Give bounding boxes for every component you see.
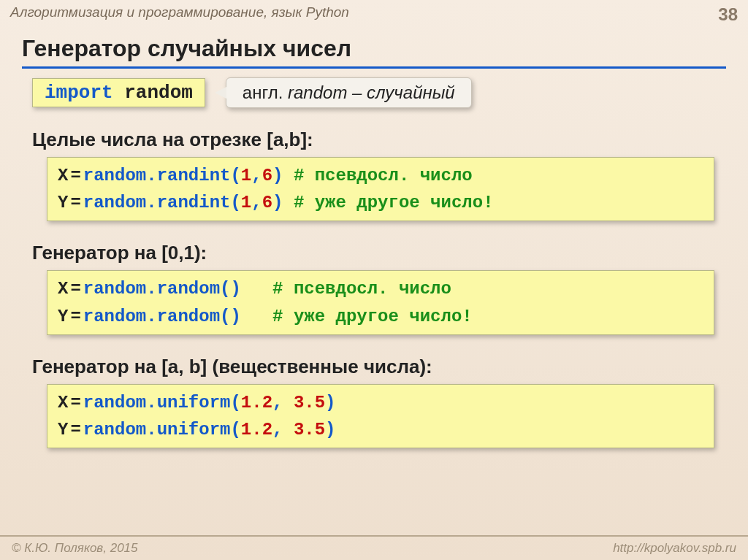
note-word: random (288, 83, 347, 102)
breadcrumb: Алгоритмизация и программирование, язык … (10, 4, 349, 20)
comment: # уже другое число! (294, 193, 494, 212)
code-random: X=random.random() # псевдосл. число Y=ra… (47, 270, 714, 334)
keyword-import: import (45, 82, 113, 104)
code-randint: X=random.randint(1,6) # псевдосл. число … (47, 157, 714, 221)
func-call: random.randint( (83, 166, 241, 185)
number: 6 (262, 166, 272, 185)
intro-row: import random англ. random – случайный (32, 77, 726, 108)
page-number: 38 (718, 4, 738, 25)
number: 1.2 (241, 420, 272, 440)
note-prefix: англ. (243, 83, 288, 102)
equals: = (68, 162, 83, 189)
equals: = (68, 275, 83, 302)
footer-url: http://kpolyakov.spb.ru (613, 541, 736, 556)
code-uniform: X=random.uniform(1.2, 3.5) Y=random.unif… (47, 384, 714, 448)
var: Y (58, 193, 68, 212)
number: 3.5 (294, 420, 325, 440)
slide-header: Алгоритмизация и программирование, язык … (0, 0, 748, 25)
func-call: random.uniform( (83, 393, 241, 413)
code-line: X=random.random() # псевдосл. число (58, 275, 703, 302)
paren: ) (325, 420, 335, 440)
section-int-label: Целые числа на отрезке [a,b]: (32, 129, 726, 151)
func-call: random.randint( (83, 193, 241, 212)
note-dash: – (347, 83, 367, 102)
number: 1.2 (241, 393, 272, 413)
var: X (58, 393, 68, 413)
code-line: X=random.uniform(1.2, 3.5) (58, 389, 703, 416)
paren: ) (272, 193, 283, 212)
code-line: Y=random.randint(1,6) # уже другое число… (58, 189, 703, 216)
func-call: random.random() (83, 307, 241, 326)
number: 1 (241, 193, 251, 212)
equals: = (68, 389, 83, 416)
section-unit-label: Генератор на [0,1): (32, 242, 726, 264)
var: Y (58, 307, 68, 326)
slide-footer: © К.Ю. Поляков, 2015 http://kpolyakov.sp… (0, 535, 748, 560)
number: 1 (241, 166, 251, 185)
equals: = (68, 416, 83, 443)
pad (241, 307, 262, 326)
comment: # псевдосл. число (294, 166, 473, 185)
sep: , (251, 193, 262, 212)
func-call: random.uniform( (83, 420, 241, 440)
equals: = (68, 189, 83, 216)
code-line: Y=random.random() # уже другое число! (58, 303, 703, 330)
note-translation: случайный (367, 83, 455, 102)
section-real-label: Генератор на [a, b] (вещественные числа)… (32, 356, 726, 378)
sep: , (272, 420, 294, 440)
translation-note: англ. random – случайный (226, 77, 472, 108)
number: 6 (262, 193, 272, 212)
var: X (58, 166, 68, 185)
copyright: © К.Ю. Поляков, 2015 (12, 541, 138, 556)
code-line: X=random.randint(1,6) # псевдосл. число (58, 162, 703, 189)
var: X (58, 279, 68, 299)
number: 3.5 (294, 393, 325, 413)
equals: = (68, 303, 83, 330)
var: Y (58, 420, 68, 440)
page-title: Генератор случайных чисел (22, 35, 726, 69)
pad (241, 279, 262, 299)
sep: , (251, 166, 262, 185)
module-random: random (124, 82, 193, 104)
comment: # уже другое число! (272, 307, 473, 326)
sep: , (272, 393, 294, 413)
paren: ) (325, 393, 335, 413)
code-line: Y=random.uniform(1.2, 3.5) (58, 416, 703, 443)
paren: ) (272, 166, 283, 185)
func-call: random.random() (83, 279, 241, 299)
comment: # псевдосл. число (272, 279, 451, 299)
import-code: import random (32, 78, 205, 107)
